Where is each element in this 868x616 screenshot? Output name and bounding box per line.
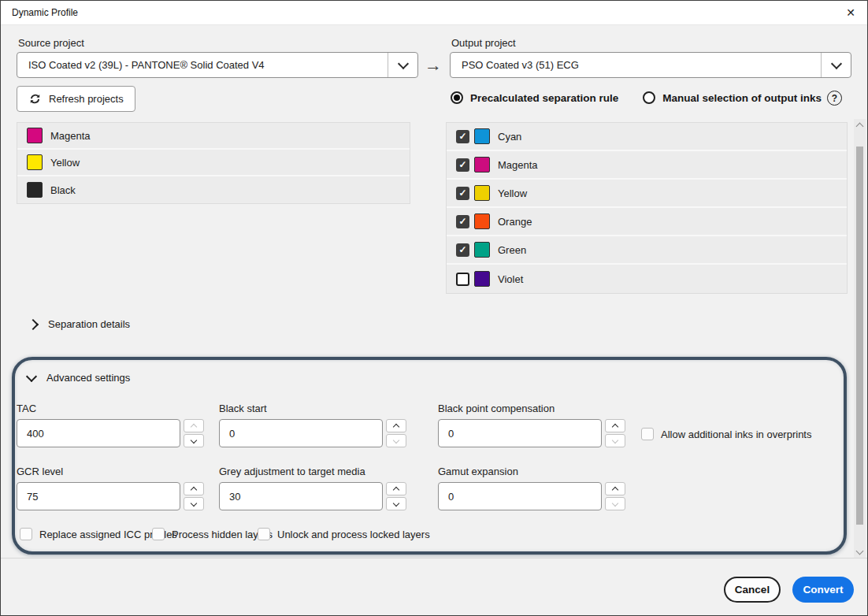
cancel-button[interactable]: Cancel [724, 577, 781, 603]
chevron-up-icon [191, 423, 197, 429]
refresh-projects-button[interactable]: Refresh projects [17, 86, 135, 112]
list-item[interactable]: Cyan [447, 123, 847, 151]
ink-checkbox[interactable] [456, 130, 469, 143]
gamut-expansion-label: Gamut expansion [438, 466, 627, 477]
help-icon[interactable]: ? [827, 91, 842, 106]
ink-swatch [474, 185, 490, 201]
gcr-level-input[interactable] [17, 482, 180, 510]
gcr-level-field: GCR level [17, 466, 206, 510]
grey-adjustment-decrement-button[interactable] [386, 497, 406, 510]
replace-icc-profiles-checkbox[interactable] [20, 528, 32, 540]
black-start-input[interactable] [219, 419, 383, 447]
scroll-down-button[interactable] [854, 545, 866, 558]
list-item[interactable]: Violet [447, 265, 847, 293]
ink-name: Green [498, 244, 526, 256]
tac-increment-button[interactable] [184, 419, 204, 432]
chevron-down-icon [856, 547, 864, 555]
dialog-content: Source project ISO Coated v2 (39L) - PAN… [1, 25, 868, 558]
black-point-compensation-decrement-button[interactable] [605, 434, 625, 447]
scroll-up-button[interactable] [854, 119, 866, 132]
tac-field: TAC [17, 403, 206, 447]
arrow-right-icon: → [425, 55, 442, 76]
list-item[interactable]: Black [17, 176, 410, 203]
grey-adjustment-field: Grey adjustment to target media [219, 466, 408, 510]
ink-name: Magenta [498, 159, 538, 171]
source-project-label: Source project [18, 37, 84, 49]
black-start-increment-button[interactable] [386, 419, 406, 432]
ink-checkbox[interactable] [456, 187, 469, 200]
manual-selection-radio[interactable] [643, 91, 655, 104]
gcr-level-label: GCR level [17, 466, 206, 477]
advanced-settings-highlight-ring [12, 357, 847, 555]
refresh-projects-label: Refresh projects [49, 93, 124, 105]
ink-swatch [474, 157, 490, 173]
ink-checkbox[interactable] [456, 243, 469, 257]
grey-adjustment-increment-button[interactable] [386, 482, 406, 495]
ink-name: Black [50, 184, 76, 196]
separation-details-expander[interactable]: Separation details [29, 318, 130, 330]
close-icon[interactable]: ✕ [839, 2, 862, 23]
scrollbar-thumb[interactable] [856, 147, 863, 525]
list-item[interactable]: Green [447, 236, 847, 265]
list-item[interactable]: Magenta [17, 123, 410, 150]
grey-adjustment-input[interactable] [219, 482, 383, 510]
tac-spinner [184, 419, 204, 447]
gcr-level-increment-button[interactable] [184, 482, 204, 495]
process-hidden-layers-checkbox[interactable] [152, 528, 165, 540]
output-project-dropdown-button[interactable] [821, 53, 851, 77]
precalculated-radio[interactable] [451, 91, 463, 104]
gcr-level-decrement-button[interactable] [184, 497, 204, 510]
ink-swatch [27, 182, 43, 198]
chevron-down-icon [191, 436, 197, 443]
advanced-settings-label: Advanced settings [46, 372, 130, 384]
source-project-dropdown-button[interactable] [388, 53, 417, 77]
gamut-expansion-spinner [605, 482, 625, 510]
convert-button[interactable]: Convert [792, 577, 854, 603]
advanced-settings-expander[interactable]: Advanced settings [28, 372, 130, 384]
source-ink-list: Magenta Yellow Black [17, 122, 410, 204]
gamut-expansion-input[interactable] [438, 482, 602, 510]
chevron-up-icon [612, 423, 618, 429]
tac-input[interactable] [17, 419, 180, 447]
ink-swatch [27, 154, 43, 170]
title-bar: Dynamic Profile ✕ [1, 1, 867, 25]
black-point-compensation-spinner [605, 419, 625, 447]
ink-name: Yellow [50, 157, 80, 169]
manual-selection-radio-label: Manual selection of output inks [662, 92, 822, 104]
ink-name: Yellow [498, 187, 527, 199]
ink-checkbox[interactable] [456, 158, 469, 172]
unlock-locked-layers-checkbox[interactable] [258, 528, 270, 540]
precalculated-radio-label: Precalculated separation rule [470, 92, 618, 104]
black-start-label: Black start [219, 403, 408, 414]
allow-additional-inks-checkbox[interactable] [641, 428, 654, 440]
gamut-expansion-decrement-button[interactable] [605, 497, 625, 510]
output-project-value: PSO Coated v3 (51) ECG [451, 53, 821, 77]
tac-label: TAC [17, 403, 206, 414]
ink-checkbox[interactable] [456, 215, 469, 228]
output-project-label: Output project [451, 37, 516, 49]
allow-additional-inks-option[interactable]: Allow additional inks in overprints [641, 428, 811, 440]
ink-checkbox[interactable] [456, 273, 469, 286]
source-project-select[interactable]: ISO Coated v2 (39L) - PANTONE® Solid Coa… [17, 52, 418, 78]
black-start-decrement-button[interactable] [386, 434, 406, 447]
dialog-title: Dynamic Profile [12, 7, 78, 18]
process-hidden-layers-option[interactable]: Process hidden layers [152, 528, 273, 540]
list-item[interactable]: Orange [447, 208, 847, 236]
gamut-expansion-increment-button[interactable] [605, 482, 625, 495]
chevron-down-icon [612, 436, 618, 443]
list-item[interactable]: Yellow [447, 180, 847, 208]
gamut-expansion-field: Gamut expansion [438, 466, 627, 510]
black-point-compensation-input[interactable] [438, 419, 602, 447]
black-point-compensation-increment-button[interactable] [605, 419, 625, 432]
tac-decrement-button[interactable] [184, 434, 204, 447]
ink-swatch [474, 242, 490, 258]
black-start-field: Black start [219, 403, 408, 447]
black-start-spinner [386, 419, 406, 447]
list-item[interactable]: Magenta [447, 151, 847, 180]
unlock-locked-layers-option[interactable]: Unlock and process locked layers [258, 528, 430, 540]
ink-name: Cyan [498, 131, 521, 143]
dynamic-profile-dialog: Dynamic Profile ✕ Source project ISO Coa… [0, 0, 868, 616]
vertical-scrollbar[interactable] [854, 119, 866, 558]
output-project-select[interactable]: PSO Coated v3 (51) ECG [450, 52, 851, 78]
list-item[interactable]: Yellow [17, 150, 410, 176]
